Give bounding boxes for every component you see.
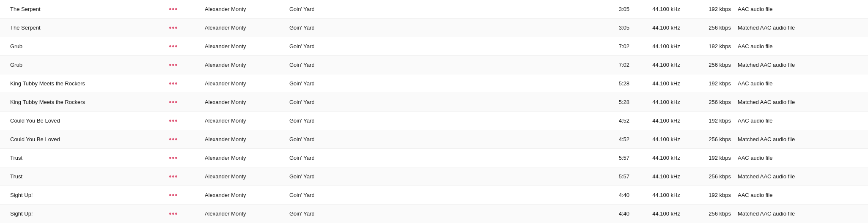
track-duration: 5:57 <box>582 155 633 161</box>
table-row[interactable]: Grub Alexander Monty Goin' Yard 7:02 44.… <box>0 37 868 56</box>
track-duration: 4:52 <box>582 136 633 142</box>
dots-menu[interactable] <box>168 175 201 178</box>
track-bitrate: 192 kbps <box>684 117 734 124</box>
track-title: Sight Up! <box>7 210 168 217</box>
track-bitrate: 256 kbps <box>684 136 734 142</box>
dot <box>169 157 171 159</box>
track-artist: Alexander Monty <box>201 43 286 49</box>
track-kind: AAC audio file <box>734 192 861 198</box>
dots-menu[interactable] <box>168 8 201 10</box>
track-sample-rate: 44.100 kHz <box>633 43 684 49</box>
track-bitrate: 192 kbps <box>684 43 734 49</box>
track-title: Could You Be Loved <box>7 117 168 124</box>
track-artist: Alexander Monty <box>201 6 286 12</box>
dot <box>175 45 177 47</box>
track-bitrate: 256 kbps <box>684 173 734 180</box>
dot <box>172 64 174 66</box>
dot <box>175 8 177 10</box>
dots-menu[interactable] <box>168 194 201 196</box>
table-row[interactable]: Could You Be Loved Alexander Monty Goin'… <box>0 112 868 130</box>
table-row[interactable]: Could You Be Loved Alexander Monty Goin'… <box>0 130 868 149</box>
dot <box>169 45 171 47</box>
dots-menu[interactable] <box>168 101 201 103</box>
dot <box>175 120 177 122</box>
track-title: The Serpent <box>7 6 168 12</box>
track-bitrate: 192 kbps <box>684 80 734 87</box>
dot <box>175 64 177 66</box>
table-row[interactable]: Trust Alexander Monty Goin' Yard 5:57 44… <box>0 149 868 167</box>
track-bitrate: 256 kbps <box>684 62 734 68</box>
track-album: Goin' Yard <box>286 210 362 217</box>
dot <box>175 194 177 196</box>
track-kind: Matched AAC audio file <box>734 62 861 68</box>
dots-menu[interactable] <box>168 157 201 159</box>
track-kind: AAC audio file <box>734 155 861 161</box>
dot <box>169 101 171 103</box>
dot <box>169 27 171 29</box>
table-row[interactable]: King Tubby Meets the Rockers Alexander M… <box>0 93 868 112</box>
track-duration: 4:52 <box>582 117 633 124</box>
dot <box>169 138 171 140</box>
track-title: King Tubby Meets the Rockers <box>7 80 168 87</box>
track-duration: 3:05 <box>582 6 633 12</box>
dot <box>172 175 174 178</box>
track-sample-rate: 44.100 kHz <box>633 62 684 68</box>
dots-menu[interactable] <box>168 45 201 47</box>
track-album: Goin' Yard <box>286 173 362 180</box>
dot <box>172 138 174 140</box>
track-sample-rate: 44.100 kHz <box>633 210 684 217</box>
track-artist: Alexander Monty <box>201 62 286 68</box>
track-album: Goin' Yard <box>286 6 362 12</box>
track-kind: Matched AAC audio file <box>734 99 861 105</box>
track-duration: 3:05 <box>582 25 633 31</box>
dot <box>172 120 174 122</box>
dot <box>172 194 174 196</box>
track-bitrate: 192 kbps <box>684 155 734 161</box>
track-sample-rate: 44.100 kHz <box>633 99 684 105</box>
table-row[interactable]: Trust Alexander Monty Goin' Yard 5:57 44… <box>0 167 868 186</box>
track-duration: 7:02 <box>582 43 633 49</box>
dot <box>175 82 177 85</box>
table-row[interactable]: The Serpent Alexander Monty Goin' Yard 3… <box>0 19 868 37</box>
track-kind: Matched AAC audio file <box>734 173 861 180</box>
table-row[interactable]: Grub Alexander Monty Goin' Yard 7:02 44.… <box>0 56 868 74</box>
track-duration: 7:02 <box>582 62 633 68</box>
table-row[interactable]: Sight Up! Alexander Monty Goin' Yard 4:4… <box>0 205 868 223</box>
dots-menu[interactable] <box>168 64 201 66</box>
table-row[interactable]: King Tubby Meets the Rockers Alexander M… <box>0 74 868 93</box>
table-row[interactable]: Sight Up! Alexander Monty Goin' Yard 4:4… <box>0 186 868 205</box>
dots-menu[interactable] <box>168 138 201 140</box>
dots-menu[interactable] <box>168 27 201 29</box>
dot <box>175 175 177 178</box>
track-kind: AAC audio file <box>734 80 861 87</box>
track-bitrate: 256 kbps <box>684 210 734 217</box>
track-title: The Serpent <box>7 25 168 31</box>
track-artist: Alexander Monty <box>201 155 286 161</box>
track-title: Trust <box>7 173 168 180</box>
track-bitrate: 256 kbps <box>684 25 734 31</box>
table-row[interactable]: The Serpent Alexander Monty Goin' Yard 3… <box>0 0 868 19</box>
track-kind: AAC audio file <box>734 6 861 12</box>
dot <box>175 27 177 29</box>
track-artist: Alexander Monty <box>201 136 286 142</box>
dots-menu[interactable] <box>168 120 201 122</box>
dot <box>169 213 171 215</box>
track-kind: Matched AAC audio file <box>734 136 861 142</box>
track-album: Goin' Yard <box>286 155 362 161</box>
track-sample-rate: 44.100 kHz <box>633 117 684 124</box>
dot <box>172 82 174 85</box>
track-artist: Alexander Monty <box>201 210 286 217</box>
dot <box>172 45 174 47</box>
track-duration: 5:28 <box>582 99 633 105</box>
dot <box>172 157 174 159</box>
track-album: Goin' Yard <box>286 136 362 142</box>
dot <box>169 120 171 122</box>
dots-menu[interactable] <box>168 213 201 215</box>
track-title: Trust <box>7 155 168 161</box>
track-artist: Alexander Monty <box>201 192 286 198</box>
dots-menu[interactable] <box>168 82 201 85</box>
dot <box>169 194 171 196</box>
tracks-table: The Serpent Alexander Monty Goin' Yard 3… <box>0 0 868 224</box>
dot <box>172 8 174 10</box>
track-sample-rate: 44.100 kHz <box>633 80 684 87</box>
